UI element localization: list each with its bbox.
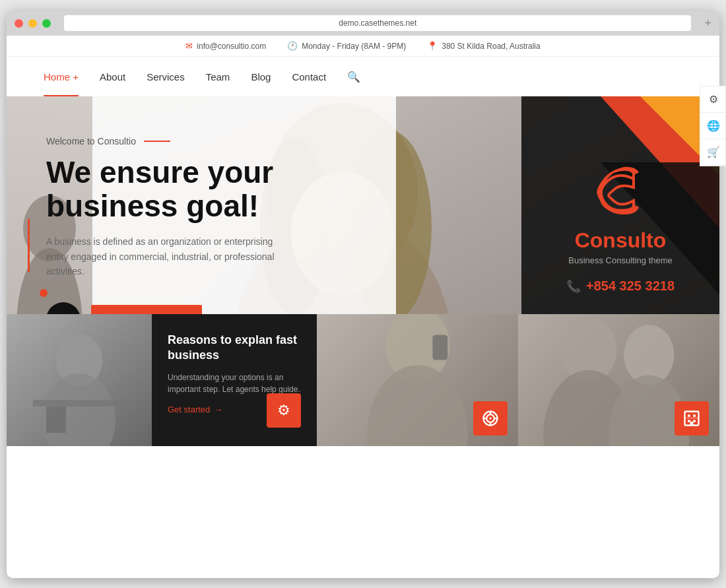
cart-tool[interactable]: 🛒 (700, 139, 719, 166)
svg-rect-42 (688, 414, 690, 417)
search-button[interactable]: 🔍 (337, 71, 371, 83)
minimize-button[interactable] (28, 19, 37, 28)
email-icon: ✉ (185, 41, 193, 51)
card-image-3 (518, 314, 719, 446)
card-image-2 (317, 314, 518, 446)
svg-rect-44 (688, 420, 690, 422)
nav-item-contact[interactable]: Contact (281, 57, 337, 96)
card-dark-text: Reasons to explan fast business Understa… (152, 314, 317, 446)
brand-name: Consulto (541, 228, 700, 253)
hours-info: 🕐 Monday - Friday (8AM - 9PM) (287, 41, 406, 51)
card-gear-icon: ⚙ (267, 393, 301, 428)
nav-item-services[interactable]: Services (136, 57, 195, 96)
hero-description: A business is defined as an organization… (46, 234, 297, 278)
globe-tool[interactable]: 🌐 (700, 113, 719, 139)
red-dot-indicator (40, 289, 48, 297)
sidebar-tools: ⚙ 🌐 🛒 (700, 86, 719, 166)
hero-subtitle: Welcome to Consultio (46, 136, 330, 147)
card-image-1 (7, 314, 152, 446)
email-info: ✉ info@consultio.com (185, 41, 266, 51)
phone-icon: 📞 (566, 279, 581, 294)
new-tab-button[interactable]: + (704, 16, 711, 30)
browser-body: ✉ info@consultio.com 🕐 Monday - Friday (… (7, 36, 719, 578)
card-dark-description: Understanding your options is an importa… (168, 372, 301, 395)
svg-point-31 (489, 417, 492, 420)
address-text: 380 St Kilda Road, Australia (442, 42, 540, 51)
hero-section: PO CITI Welcome to Consultio We ensure y… (7, 96, 719, 446)
nav-item-team[interactable]: Team (195, 57, 241, 96)
gear-icon: ⚙ (277, 402, 290, 419)
address-info: 📍 380 St Kilda Road, Australia (427, 41, 540, 51)
svg-rect-43 (693, 414, 696, 417)
nav-item-about[interactable]: About (89, 57, 136, 96)
card-building-icon (675, 401, 709, 436)
browser-titlebar: demo.casethemes.net + (7, 11, 719, 36)
main-nav: Home + About Services Team Blog Contact … (7, 57, 719, 96)
arrow-right-icon: → (214, 405, 222, 414)
cart-icon: 🛒 (707, 146, 719, 158)
email-text: info@consultio.com (197, 42, 266, 51)
card-target-icon (473, 401, 508, 436)
close-button[interactable] (15, 19, 23, 28)
brand-tagline: Business Consulting theme (541, 255, 700, 265)
url-bar[interactable]: demo.casethemes.net (64, 15, 691, 31)
svg-rect-24 (46, 407, 66, 433)
url-text: demo.casethemes.net (339, 18, 416, 28)
nav-item-blog[interactable]: Blog (240, 57, 281, 96)
clock-icon: 🕐 (287, 41, 298, 51)
bottom-cards: Reasons to explan fast business Understa… (7, 314, 719, 446)
svg-rect-46 (690, 422, 694, 426)
brand-phone: 📞 +854 325 3218 (541, 278, 700, 294)
card-dark-title: Reasons to explan fast business (168, 333, 301, 364)
brand-card: Consulto Business Consulting theme 📞 +85… (521, 136, 719, 320)
svg-rect-47 (685, 418, 699, 418)
hours-text: Monday - Friday (8AM - 9PM) (302, 42, 406, 51)
settings-icon: ⚙ (709, 93, 718, 106)
settings-tool[interactable]: ⚙ (700, 86, 719, 113)
maximize-button[interactable] (42, 19, 51, 28)
hero-subtitle-line (144, 141, 170, 142)
hero-subtitle-text: Welcome to Consultio (46, 136, 136, 147)
brand-logo (594, 162, 647, 215)
svg-rect-45 (693, 420, 696, 422)
svg-rect-28 (432, 335, 447, 360)
location-icon: 📍 (427, 41, 438, 51)
hero-title: We ensure your business goal! (46, 156, 330, 222)
top-bar: ✉ info@consultio.com 🕐 Monday - Friday (… (7, 36, 719, 57)
nav-item-home[interactable]: Home + (33, 57, 89, 96)
svg-rect-23 (33, 400, 125, 407)
globe-icon: 🌐 (707, 119, 719, 132)
